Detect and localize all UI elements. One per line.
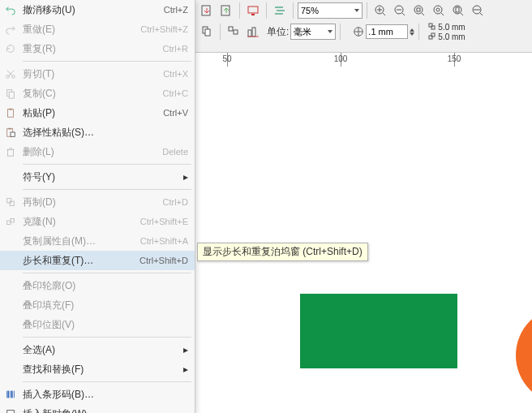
copy-icon	[0, 88, 21, 99]
edit-menu: 撤消移动(U)Ctrl+Z 重做(E)Ctrl+Shift+Z 重复(R)Ctr…	[0, 0, 195, 413]
zoom-page-icon[interactable]	[449, 2, 467, 19]
menu-overprint-bitmap: 叠印位图(V)	[0, 315, 195, 334]
menu-repeat: 重复(R)Ctrl+R	[0, 39, 195, 58]
menu-select-all[interactable]: 全选(A)▸	[0, 340, 195, 359]
redo-icon	[0, 24, 21, 35]
menu-undo[interactable]: 撤消移动(U)Ctrl+Z	[0, 0, 195, 19]
svg-rect-58	[7, 411, 15, 413]
cut-icon	[0, 68, 21, 80]
units-select[interactable]: 毫米	[290, 24, 336, 40]
duplicate-icon	[0, 196, 21, 208]
svg-rect-40	[9, 92, 14, 98]
menu-overprint-fill: 叠印填充(F)	[0, 295, 195, 315]
svg-line-7	[383, 13, 385, 15]
svg-rect-3	[251, 14, 255, 15]
ruler-horizontal: 50 100 150	[195, 52, 532, 68]
chevron-right-icon: ▸	[183, 364, 188, 375]
svg-line-16	[441, 13, 444, 15]
delete-icon	[0, 146, 21, 157]
orange-ellipse-shape[interactable]	[516, 307, 532, 404]
menu-copy: 复制(C)Ctrl+C	[0, 84, 195, 103]
chevron-right-icon: ▸	[183, 171, 188, 183]
pages-icon[interactable]	[198, 23, 216, 41]
options-icon[interactable]	[271, 2, 289, 19]
svg-rect-51	[7, 221, 11, 224]
menu-clone: 克隆(N)Ctrl+Shift+E	[0, 212, 195, 231]
chevron-right-icon: ▸	[183, 344, 188, 355]
svg-line-13	[422, 13, 424, 15]
svg-rect-26	[234, 30, 238, 34]
menu-insert-barcode[interactable]: 插入条形码(B)…	[0, 385, 195, 404]
svg-line-19	[461, 13, 463, 15]
menu-find-replace[interactable]: 查找和替换(F)▸	[0, 359, 195, 379]
screen-icon[interactable]	[244, 2, 262, 19]
svg-rect-25	[229, 27, 233, 31]
zoom-level-input[interactable]: 75%	[298, 2, 363, 19]
menu-paste-special[interactable]: 选择性粘贴(S)…	[0, 123, 195, 142]
menu-overprint-outline: 叠印轮廓(O)	[0, 276, 195, 295]
menu-cut: 剪切(T)Ctrl+X	[0, 64, 195, 84]
svg-point-11	[414, 6, 423, 14]
menu-insert-object[interactable]: 插入新对象(W)…	[0, 404, 195, 413]
undo-icon	[0, 4, 21, 15]
svg-line-10	[402, 13, 405, 15]
svg-rect-46	[8, 149, 14, 156]
export-icon[interactable]	[217, 2, 235, 19]
svg-rect-2	[248, 6, 258, 13]
tooltip: 显示步长和重复泊坞窗 (Ctrl+Shift+D)	[197, 243, 368, 261]
svg-rect-27	[248, 30, 251, 37]
svg-rect-24	[205, 29, 210, 36]
menu-copy-properties: 复制属性自(M)…Ctrl+Shift+A	[0, 231, 195, 251]
nudge-distance[interactable]: .1 mm	[353, 24, 414, 39]
clone-icon	[0, 216, 21, 227]
svg-rect-52	[11, 219, 14, 222]
svg-rect-28	[252, 28, 255, 37]
svg-rect-50	[10, 201, 14, 205]
menu-delete: 删除(L)Delete	[0, 142, 195, 161]
align-icon[interactable]	[244, 23, 262, 41]
svg-rect-42	[9, 109, 12, 110]
menu-symbol[interactable]: 符号(Y)▸	[0, 167, 195, 187]
repeat-icon	[0, 43, 21, 54]
barcode-icon	[0, 389, 21, 400]
svg-rect-41	[8, 110, 14, 118]
zoom-in-icon[interactable]	[371, 2, 389, 19]
svg-rect-18	[456, 7, 459, 12]
zoom-all-icon[interactable]	[430, 2, 448, 19]
svg-point-14	[434, 6, 442, 14]
menu-redo: 重做(E)Ctrl+Shift+Z	[0, 19, 195, 39]
menu-duplicate: 再制(D)Ctrl+D	[0, 192, 195, 212]
paste-special-icon	[0, 127, 21, 138]
menu-step-and-repeat[interactable]: 步长和重复(T)…Ctrl+Shift+D	[0, 251, 195, 270]
duplicate-distance[interactable]: 5.0 mm 5.0 mm	[428, 23, 465, 41]
svg-rect-12	[417, 8, 420, 11]
zoom-out-icon[interactable]	[391, 2, 409, 19]
import-icon[interactable]	[198, 2, 216, 19]
units-label: 单位:	[267, 25, 289, 39]
zoom-width-icon[interactable]	[469, 2, 487, 19]
svg-rect-49	[7, 199, 11, 203]
canvas[interactable]	[195, 67, 532, 413]
svg-line-22	[480, 13, 483, 15]
paste-icon	[0, 107, 21, 118]
insert-object-icon	[0, 408, 21, 413]
zoom-selection-icon[interactable]	[410, 2, 428, 19]
green-rectangle-shape[interactable]	[300, 294, 457, 368]
svg-point-15	[436, 8, 440, 11]
svg-rect-45	[11, 132, 15, 136]
menu-paste[interactable]: 粘贴(P)Ctrl+V	[0, 103, 195, 123]
nudge-icon	[353, 26, 364, 37]
svg-rect-44	[8, 128, 11, 130]
layout-icon[interactable]	[225, 23, 242, 41]
